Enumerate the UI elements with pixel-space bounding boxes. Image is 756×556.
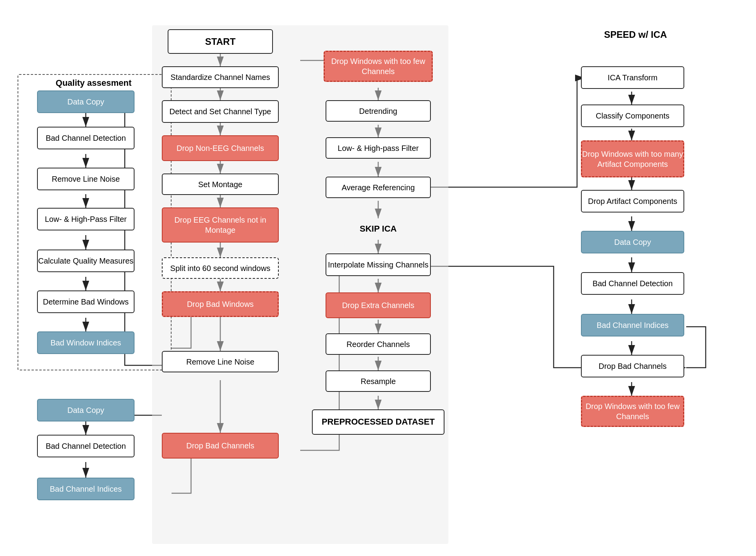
node-low-high-filter: Low- & High-pass Filter bbox=[326, 137, 431, 159]
quality-section-label: Quality assesment bbox=[39, 78, 148, 88]
node-set-montage: Set Montage bbox=[162, 174, 279, 195]
node-interpolate: Interpolate Missing Channels bbox=[326, 253, 431, 276]
node-split-windows: Split into 60 second windows bbox=[162, 257, 279, 279]
node-qa-calc-quality: Calculate Quality Measures bbox=[37, 250, 135, 272]
node-preprocessed: PREPROCESSED DATASET bbox=[312, 409, 444, 435]
node-speed-ica-transform: ICA Transform bbox=[581, 66, 684, 89]
node-drop-eeg-not-montage: Drop EEG Channels not in Montage bbox=[162, 207, 279, 243]
node-qa-bad-channel-indices: Bad Channel Indices bbox=[37, 478, 135, 500]
node-start: START bbox=[168, 29, 273, 54]
node-drop-bad-channels: Drop Bad Channels bbox=[162, 433, 279, 459]
node-qa-low-high: Low- & High-Pass Filter bbox=[37, 208, 135, 230]
node-avg-referencing: Average Referencing bbox=[326, 177, 431, 198]
node-speed-bad-ch-indices: Bad Channel Indices bbox=[581, 314, 684, 336]
node-qa-data-copy2: Data Copy bbox=[37, 399, 135, 421]
node-qa-remove-line: Remove Line Noise bbox=[37, 168, 135, 190]
node-qa-det-bad-windows: Determine Bad Windows bbox=[37, 290, 135, 313]
node-speed-data-copy: Data Copy bbox=[581, 231, 684, 253]
node-detrending: Detrending bbox=[326, 100, 431, 122]
diagram-container: Quality assesment SPEED w/ ICA START Sta… bbox=[0, 0, 756, 556]
node-standardize: Standardize Channel Names bbox=[162, 66, 279, 88]
node-speed-drop-too-many: Drop Windows with too many Artifact Comp… bbox=[581, 140, 684, 177]
node-speed-drop-few-ch: Drop Windows with too few Channels bbox=[581, 396, 684, 427]
node-detect-channel-type: Detect and Set Channel Type bbox=[162, 100, 279, 123]
node-qa-bad-window-indices: Bad Window Indices bbox=[37, 331, 135, 354]
node-drop-non-eeg: Drop Non-EEG Channels bbox=[162, 135, 279, 161]
node-speed-drop-artifact: Drop Artifact Components bbox=[581, 190, 684, 212]
node-drop-windows-few-top: Drop Windows with too few Channels bbox=[324, 51, 433, 82]
node-drop-extra-channels: Drop Extra Channels bbox=[326, 292, 431, 318]
node-speed-bad-ch-det: Bad Channel Detection bbox=[581, 272, 684, 295]
node-drop-bad-windows: Drop Bad Windows bbox=[162, 291, 279, 317]
node-qa-data-copy1: Data Copy bbox=[37, 90, 135, 113]
node-speed-drop-bad-ch: Drop Bad Channels bbox=[581, 355, 684, 377]
node-resample: Resample bbox=[326, 370, 431, 392]
node-qa-bad-channel-det2: Bad Channel Detection bbox=[37, 435, 135, 457]
node-qa-bad-channel-det1: Bad Channel Detection bbox=[37, 127, 135, 149]
node-skip-ica: SKIP ICA bbox=[326, 220, 431, 238]
speed-section-label: SPEED w/ ICA bbox=[577, 29, 694, 40]
node-speed-classify: Classify Components bbox=[581, 104, 684, 127]
node-remove-line-noise: Remove Line Noise bbox=[162, 351, 279, 372]
node-reorder-channels: Reorder Channels bbox=[326, 333, 431, 355]
